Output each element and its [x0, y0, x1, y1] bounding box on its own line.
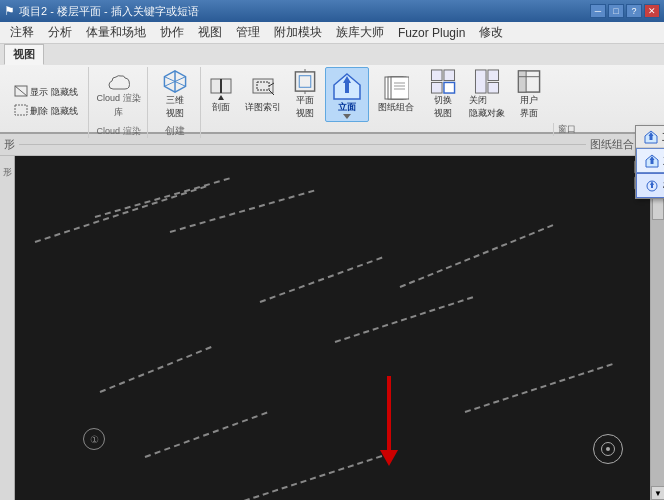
- svg-rect-14: [295, 72, 314, 91]
- menu-massing[interactable]: 体量和场地: [80, 22, 152, 43]
- menu-collaborate[interactable]: 协作: [154, 22, 190, 43]
- svg-rect-15: [299, 76, 311, 88]
- dashed-line-3: [260, 257, 383, 303]
- svg-rect-40: [443, 82, 454, 93]
- svg-rect-38: [443, 70, 454, 81]
- scroll-track[interactable]: [651, 170, 664, 486]
- menu-manage[interactable]: 管理: [230, 22, 266, 43]
- eye-dot: [606, 447, 610, 451]
- scroll-down-btn[interactable]: ▼: [651, 486, 664, 500]
- ribbon-tab-bar: 视图: [0, 44, 664, 65]
- dashed-line-2: [170, 190, 315, 233]
- btn-switch-label: 切换视图: [434, 94, 452, 120]
- toolbar-divider: [19, 144, 586, 145]
- btn-elevation[interactable]: 立面: [325, 67, 369, 122]
- btn-sheets[interactable]: 图纸组合: [371, 67, 421, 122]
- menu-view[interactable]: 视图: [192, 22, 228, 43]
- menu-addins[interactable]: 附加模块: [268, 22, 328, 43]
- red-arrow-head: [380, 450, 398, 466]
- menu-analyze[interactable]: 分析: [42, 22, 78, 43]
- btn-sheets-label: 图纸组合: [378, 101, 414, 114]
- help-button[interactable]: ?: [626, 4, 642, 18]
- btn-delete-hidden[interactable]: 删除 隐藏线: [10, 102, 82, 120]
- dropdown-arrow-icon: [343, 114, 351, 119]
- menu-bar: 注释 分析 体量和场地 协作 视图 管理 附加模块 族库大师 Fuzor Plu…: [0, 22, 664, 44]
- delete-hidden-icon: [14, 104, 28, 118]
- dropdown-header: 立面: [636, 126, 664, 148]
- sheets-icon: [383, 75, 409, 101]
- switch-view-icon: [430, 69, 456, 94]
- svg-rect-33: [391, 77, 409, 99]
- btn-show-hidden[interactable]: 显示 隐藏线: [10, 83, 82, 101]
- btn-ui-label: 用户界面: [520, 94, 538, 120]
- btn-ui[interactable]: 用户界面: [511, 67, 547, 122]
- elevation-group-container: 立面 立面: [325, 67, 369, 138]
- ribbon-group-cloud: Cloud 渲染 库 Cloud 渲染: [91, 67, 148, 138]
- dashed-line-10: [100, 346, 212, 393]
- dashed-line-5: [400, 224, 554, 288]
- btn-3d-view[interactable]: 三维视图: [156, 67, 194, 122]
- circle-1-label: ①: [90, 434, 99, 445]
- svg-rect-20: [345, 83, 349, 93]
- svg-marker-21: [343, 114, 351, 119]
- svg-rect-24: [649, 136, 652, 140]
- eye-circle: [593, 434, 623, 464]
- canvas-area[interactable]: ① ② ③ ▲ ▼: [15, 156, 664, 500]
- ribbon-group-3d: 三维视图 创建: [150, 67, 201, 138]
- section-icon: [208, 75, 234, 101]
- svg-rect-42: [487, 70, 498, 81]
- minimize-button[interactable]: ─: [590, 4, 606, 18]
- close-button[interactable]: ✕: [644, 4, 660, 18]
- btn-plan[interactable]: 平面视图: [287, 67, 323, 122]
- red-arrow-shaft: [387, 376, 391, 450]
- window-group: 窗口: [549, 67, 576, 138]
- btn-elevation-label: 立面: [338, 101, 356, 114]
- svg-rect-27: [650, 160, 653, 164]
- svg-rect-30: [651, 185, 653, 188]
- svg-rect-41: [475, 70, 486, 93]
- menu-modify[interactable]: 修改: [473, 22, 509, 43]
- elevation-item-icon: [645, 154, 659, 168]
- btn-plan-label: 平面视图: [296, 94, 314, 120]
- frame-elevation-item-icon: [645, 179, 659, 193]
- eye-inner: [601, 442, 615, 456]
- dashed-line-6: [465, 363, 613, 413]
- menu-annotate[interactable]: 注释: [4, 22, 40, 43]
- btn-detail[interactable]: 详图索引: [241, 67, 285, 122]
- circle-1: ①: [83, 428, 105, 450]
- elevation-icon: [332, 71, 362, 101]
- restore-button[interactable]: □: [608, 4, 624, 18]
- elevation-header-icon: [644, 130, 658, 144]
- dropdown-item-elevation[interactable]: 立面: [636, 148, 664, 173]
- left-panel: 形: [0, 156, 15, 500]
- red-arrow: [380, 376, 398, 466]
- menu-family[interactable]: 族库大师: [330, 22, 390, 43]
- tab-view[interactable]: 视图: [4, 44, 44, 65]
- main-layout: 形 ① ② ③: [0, 156, 664, 500]
- group-create-label: 创建: [165, 122, 185, 138]
- menu-fuzor[interactable]: Fuzor Plugin: [392, 24, 471, 42]
- dashed-line-7: [145, 412, 268, 458]
- svg-rect-45: [518, 71, 526, 92]
- btn-3d-label: 三维视图: [166, 94, 184, 120]
- dropdown-item-frame-elevation[interactable]: 框架立面: [636, 173, 664, 198]
- btn-section-label: 剖面: [212, 101, 230, 114]
- btn-tile[interactable]: 关闭隐藏对象: [465, 67, 509, 122]
- tile-icon: [474, 69, 500, 94]
- show-hidden-icon: [14, 85, 28, 99]
- ribbon: 视图 显示 隐藏线 删除 隐藏线: [0, 44, 664, 134]
- btn-tile-label: 关闭隐藏对象: [469, 94, 505, 120]
- 3d-icon: [162, 69, 188, 94]
- detail-icon: [250, 75, 276, 101]
- btn-switch-view[interactable]: 切换视图: [423, 67, 463, 122]
- ribbon-content: 显示 隐藏线 删除 隐藏线 Cloud 渲染 库 Cloud 渲染: [0, 65, 664, 140]
- svg-marker-9: [218, 95, 224, 100]
- elevation-dropdown: 立面 立面 框架立面: [635, 125, 664, 199]
- svg-rect-2: [15, 105, 27, 115]
- btn-section[interactable]: 剖面: [203, 67, 239, 122]
- right-scrollbar: ▲ ▼: [650, 156, 664, 500]
- dashed-line-4: [335, 296, 474, 343]
- svg-rect-43: [487, 82, 498, 93]
- svg-rect-37: [431, 70, 442, 81]
- display-buttons: 显示 隐藏线 删除 隐藏线: [10, 67, 82, 136]
